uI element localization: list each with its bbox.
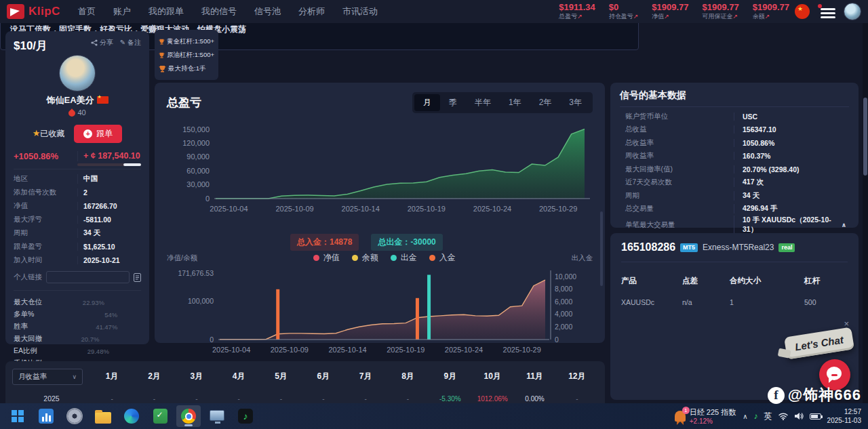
nav-item[interactable]: 信号池 <box>254 5 281 18</box>
svg-text:2025-10-29: 2025-10-29 <box>539 205 577 213</box>
bar-label: 多单% <box>14 310 56 319</box>
table-cell: XAUUSDc <box>621 290 682 310</box>
page-scrollbar[interactable] <box>863 23 868 403</box>
klipc-logo-icon <box>7 4 24 19</box>
this-pc-button[interactable] <box>205 405 229 427</box>
period-tab[interactable]: 季 <box>440 94 466 111</box>
row-label: 总收益 <box>620 125 734 134</box>
nav-item[interactable]: 我的跟单 <box>149 5 184 18</box>
year-label: 2025 <box>12 386 91 405</box>
row-value: 160.37% <box>743 152 770 160</box>
start-button[interactable] <box>5 405 30 427</box>
follow-button[interactable]: +跟单 <box>74 125 122 143</box>
legend-item[interactable]: 余额 <box>352 252 378 264</box>
legend-label: 出金 <box>401 252 417 264</box>
row-value: 34 天 <box>743 191 760 201</box>
row-label: 跟单盈亏 <box>14 242 77 251</box>
period-tab[interactable]: 月 <box>414 94 440 111</box>
leverage-text: 黄金杠杆:1:500+ <box>167 37 214 46</box>
month-header: 12月 <box>556 367 598 386</box>
month-header: 7月 <box>344 367 387 386</box>
row-label: 最大回撤率(值) <box>620 165 734 174</box>
share-button[interactable]: 分享 <box>91 38 113 47</box>
month-value: - <box>344 387 387 405</box>
signal-avatar[interactable] <box>59 55 96 91</box>
period-tab[interactable]: 2年 <box>530 94 561 111</box>
table-row: 最大回撤率(值) 20.70% (3298.40) <box>620 163 849 176</box>
trophy-icon <box>159 52 165 59</box>
store-button[interactable] <box>148 405 172 427</box>
row-value: 1050.86% <box>743 139 774 147</box>
row-label: 周期 <box>620 191 734 201</box>
edge-button[interactable] <box>119 405 144 427</box>
note-button[interactable]: ✎ 备注 <box>120 38 141 47</box>
menu-hamburger-icon[interactable] <box>821 6 835 17</box>
music-app-button[interactable]: ♪ <box>233 405 258 427</box>
tray-expand-icon[interactable]: ∧ <box>743 413 747 420</box>
file-explorer-button[interactable] <box>91 405 115 427</box>
period-tab[interactable]: 3年 <box>560 94 591 111</box>
battery-icon[interactable] <box>810 413 821 420</box>
settings-button[interactable] <box>62 405 87 427</box>
signal-name: 饰仙EA美分 <box>46 95 94 105</box>
stat-label: 总盈亏 <box>559 13 577 20</box>
svg-text:2025-10-19: 2025-10-19 <box>408 205 446 213</box>
account-stat[interactable]: $1911.34 总盈亏↗ <box>559 3 595 20</box>
clock[interactable]: 12:57 2025-11-03 <box>827 407 861 425</box>
stocks-app-button[interactable] <box>34 405 58 427</box>
row-value: 2025-10-21 <box>77 256 141 264</box>
arrow-up-right-icon: ↗ <box>765 13 770 20</box>
market-widget[interactable]: 日经 225 指数 +2.12% <box>675 407 736 425</box>
tray-app-icon[interactable]: ♪ <box>754 411 758 421</box>
document-icon[interactable] <box>134 273 141 282</box>
legend-label: 入金 <box>439 252 456 264</box>
svg-text:120,000: 120,000 <box>182 139 210 147</box>
chat-sticker[interactable]: Let's Chat <box>784 327 854 359</box>
chrome-icon <box>181 409 196 424</box>
legend-item[interactable]: 净值 <box>313 252 340 264</box>
panel-scrollbar[interactable] <box>600 211 603 286</box>
table-row: 总收益率 1050.86% <box>620 136 849 150</box>
row-label: 净值 <box>14 201 77 211</box>
metric-selector[interactable]: 月收益率∨ <box>12 369 83 385</box>
legend-item[interactable]: 入金 <box>429 252 456 264</box>
wifi-icon[interactable] <box>778 412 788 420</box>
row-label: 添加信号次数 <box>14 188 77 197</box>
personal-link-input[interactable] <box>46 271 130 283</box>
month-value: 0.00% <box>513 387 555 405</box>
chart-legend: 净值 余额 出金 入金 <box>313 252 456 264</box>
nav-item[interactable]: 首页 <box>78 5 96 18</box>
horizontal-scrollbar[interactable] <box>77 163 141 166</box>
user-avatar[interactable] <box>844 3 861 20</box>
leverage-info-box: 黄金杠杆:1:500+ 原油杠杆:1:500+ 最大持仓:1手 <box>155 30 218 80</box>
legend-item[interactable]: 出金 <box>391 252 417 264</box>
leverage-line: 原油杠杆:1:500+ <box>159 48 214 62</box>
month-header: 3月 <box>176 367 218 386</box>
account-stat[interactable]: $1909.77 余额↗ <box>753 3 789 20</box>
account-stat[interactable]: $0 持仓盈亏↗ <box>609 3 639 20</box>
chevron-down-icon: ∨ <box>72 373 77 380</box>
share-icon <box>91 39 98 46</box>
nav-item[interactable]: 账户 <box>113 5 131 18</box>
nav-item[interactable]: 分析师 <box>298 5 325 18</box>
nav-item[interactable]: 我的信号 <box>201 5 237 18</box>
bar-label: 最大回撤 <box>14 334 56 344</box>
scrollbar-thumb[interactable] <box>863 98 867 176</box>
ime-indicator[interactable]: 英 <box>764 411 772 422</box>
month-value: -5.30% <box>429 387 471 405</box>
period-tab[interactable]: 半年 <box>466 94 500 111</box>
volume-icon[interactable] <box>794 412 804 420</box>
leverage-text: 最大持仓:1手 <box>168 64 205 73</box>
chevron-up-icon[interactable]: ∧ <box>842 222 846 228</box>
account-stat[interactable]: $1909.77 净值↗ <box>652 3 688 20</box>
table-cell: 1 <box>730 290 804 310</box>
row-label: 总交易量 <box>620 204 734 213</box>
chrome-button[interactable] <box>176 405 201 427</box>
trophy-icon <box>159 65 166 73</box>
period-tab[interactable]: 1年 <box>500 94 530 111</box>
account-stat[interactable]: $1909.77 可用保证金↗ <box>703 3 739 20</box>
language-flag-icon[interactable] <box>795 4 810 19</box>
nav-item[interactable]: 市讯活动 <box>342 5 378 18</box>
favorited-toggle[interactable]: ★已收藏 <box>33 128 65 140</box>
klipc-logo[interactable]: KlipC <box>7 4 60 19</box>
